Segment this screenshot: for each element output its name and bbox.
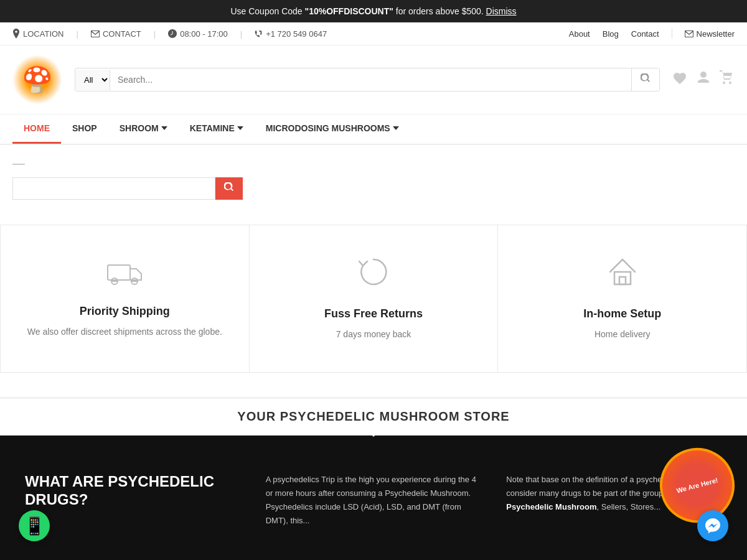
features-section: Priority Shipping We also offer discreet…	[0, 225, 747, 373]
dismiss-link[interactable]: Dismiss	[486, 6, 517, 16]
dark-col2-text: A psychedelics Trip is the high you expe…	[266, 473, 482, 528]
chat-icon	[705, 518, 721, 534]
home-icon	[517, 256, 728, 295]
nav-item-shop[interactable]: SHOP	[61, 114, 108, 144]
nav-item-microdosing[interactable]: MICRODOSING MUSHROOMS	[255, 114, 410, 144]
feature-setup: In-home Setup Home delivery	[498, 225, 746, 372]
sidebar-search-input[interactable]	[12, 177, 215, 200]
phone-label: +1 720 549 0647	[266, 29, 327, 39]
dark-heading: WHAT ARE PSYCHEDELIC DRUGS?	[25, 473, 241, 509]
contact-label: CONTACT	[103, 29, 141, 39]
dark-col-2: A psychedelics Trip is the high you expe…	[266, 473, 482, 528]
top-banner: Use Coupon Code "10%OFFDISCOUNT" for ord…	[0, 0, 747, 22]
user-icon	[697, 70, 710, 85]
main-content	[0, 145, 747, 200]
top-bar-left: LOCATION | CONTACT | 08:00 - 17:00 | +1 …	[12, 29, 327, 39]
returns-desc: 7 days money back	[268, 328, 479, 341]
search-button[interactable]	[631, 68, 659, 91]
chevron-down-icon2	[237, 126, 243, 130]
newsletter-icon	[685, 30, 693, 37]
feature-returns: Fuss Free Returns 7 days money back	[250, 225, 499, 372]
location-item[interactable]: LOCATION	[12, 29, 64, 39]
phone-item[interactable]: +1 720 549 0647	[255, 29, 327, 39]
cart-icon	[720, 70, 735, 85]
search-category-select[interactable]: All	[75, 70, 110, 90]
hours-item: 08:00 - 17:00	[168, 29, 228, 39]
dark-section: WHAT ARE PSYCHEDELIC DRUGS? A psychedeli…	[0, 436, 747, 560]
contact-link[interactable]: Contact	[631, 29, 659, 39]
truck-icon	[19, 256, 230, 292]
about-link[interactable]: About	[569, 29, 590, 39]
sidebar-search-button[interactable]	[215, 177, 243, 200]
header-icons	[672, 70, 735, 89]
svg-rect-6	[619, 277, 626, 284]
newsletter-button[interactable]: Newsletter	[685, 29, 735, 39]
search-icon	[641, 73, 651, 83]
cart-button[interactable]	[720, 70, 735, 89]
shipping-title: Priority Shipping	[19, 305, 230, 318]
newsletter-label: Newsletter	[697, 29, 735, 39]
location-icon	[12, 29, 20, 39]
header: 🍄 All	[0, 45, 747, 114]
banner-prefix: Use Coupon Code	[230, 6, 304, 16]
search-area: All	[75, 68, 660, 91]
feature-shipping: Priority Shipping We also offer discreet…	[1, 225, 250, 372]
account-button[interactable]	[697, 70, 710, 89]
logo: 🍄	[12, 55, 62, 105]
contact-item[interactable]: CONTACT	[91, 29, 141, 39]
logo-area[interactable]: 🍄	[12, 55, 62, 105]
svg-rect-5	[614, 272, 631, 284]
we-are-here-text: We Are Here!	[675, 476, 718, 494]
top-bar-right: About Blog Contact Newsletter	[569, 29, 735, 39]
main-nav: HOME SHOP SHROOM KETAMINE MICRODOSING MU…	[0, 114, 747, 145]
hr-line	[12, 164, 25, 165]
messenger-chat-button[interactable]	[697, 510, 728, 541]
refresh-icon	[268, 256, 479, 295]
nav-item-shroom[interactable]: SHROOM	[108, 114, 179, 144]
nav-item-home[interactable]: HOME	[12, 114, 61, 144]
sidebar-search	[12, 177, 243, 200]
we-are-here-badge: We Are Here!	[652, 440, 743, 531]
email-icon	[91, 30, 100, 37]
divider	[672, 29, 672, 39]
heart-icon	[672, 71, 687, 85]
shipping-desc: We also offer discreet shipments across …	[19, 325, 230, 338]
banner-suffix: for orders above $500.	[393, 6, 484, 16]
wishlist-button[interactable]	[672, 71, 687, 88]
banner-code: "10%OFFDISCOUNT"	[305, 6, 393, 16]
whatsapp-chat-button[interactable]: 📱	[19, 510, 50, 541]
nav-item-ketamine[interactable]: KETAMINE	[179, 114, 255, 144]
chevron-down-icon	[161, 126, 167, 130]
chevron-down-icon3	[393, 126, 399, 130]
hours-label: 08:00 - 17:00	[180, 29, 228, 39]
banner-text: Use Coupon Code "10%OFFDISCOUNT" for ord…	[230, 6, 516, 16]
dark-col-heading: WHAT ARE PSYCHEDELIC DRUGS?	[25, 473, 241, 515]
search-icon-sidebar	[224, 182, 234, 192]
section-title: YOUR PSYCHEDELIC MUSHROOM STORE	[237, 409, 509, 423]
whatsapp-icon: 📱	[24, 516, 45, 536]
clock-icon	[168, 29, 177, 38]
setup-title: In-home Setup	[517, 307, 728, 320]
svg-rect-0	[108, 265, 130, 280]
search-input[interactable]	[110, 70, 631, 90]
blog-link[interactable]: Blog	[603, 29, 619, 39]
setup-desc: Home delivery	[517, 328, 728, 341]
location-label: LOCATION	[23, 29, 64, 39]
top-bar: LOCATION | CONTACT | 08:00 - 17:00 | +1 …	[0, 22, 747, 45]
returns-title: Fuss Free Returns	[268, 307, 479, 320]
phone-icon	[255, 30, 263, 38]
